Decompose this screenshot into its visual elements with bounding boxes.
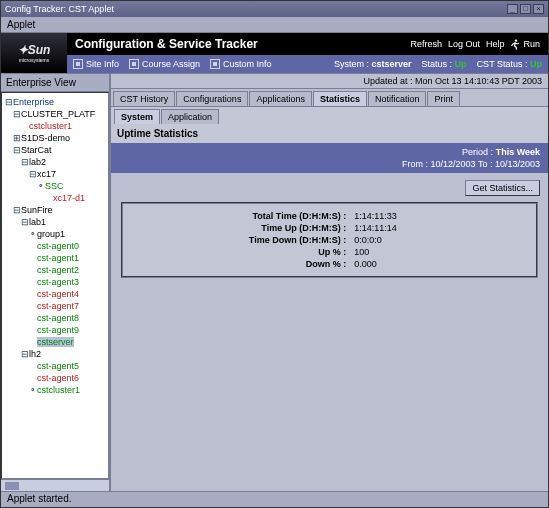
system-label: System : xyxy=(334,59,369,69)
tree-node[interactable]: cst-agent1 xyxy=(4,252,106,264)
tree-node[interactable]: cst-agent6 xyxy=(4,372,106,384)
tree-node-label: CLUSTER_PLATF xyxy=(21,109,95,119)
stat-label: Total Time (D:H:M:S) : xyxy=(123,211,350,221)
cst-status-label: CST Status : xyxy=(477,59,528,69)
tree-node-label: SSC xyxy=(45,181,64,191)
tree-node[interactable]: ⊟CLUSTER_PLATF xyxy=(4,108,106,120)
custom-info-button[interactable]: Custom Info xyxy=(210,59,272,69)
tree-node-label: xc17-d1 xyxy=(53,193,85,203)
tree-node[interactable]: ⊟xc17 xyxy=(4,168,106,180)
tree-toggle-icon[interactable]: ⊞ xyxy=(12,132,21,144)
enterprise-tree[interactable]: ⊟Enterprise⊟CLUSTER_PLATFcstcluster1⊞S1D… xyxy=(1,92,109,479)
tree-toggle-icon[interactable]: ∘ xyxy=(36,180,45,192)
tree-node[interactable]: ∘cstcluster1 xyxy=(4,384,106,396)
tree-toggle-icon[interactable]: ⊟ xyxy=(20,216,29,228)
tab-configurations[interactable]: Configurations xyxy=(176,91,248,106)
close-icon[interactable]: × xyxy=(533,4,544,14)
scrollbar-thumb[interactable] xyxy=(5,482,19,490)
tree-node[interactable]: cst-agent2 xyxy=(4,264,106,276)
stat-value: 0:0:0:0 xyxy=(350,235,536,245)
sub-tabs: SystemApplication xyxy=(111,106,548,124)
updated-at: Updated at : Mon Oct 13 14:10:43 PDT 200… xyxy=(111,74,548,89)
tree-node[interactable]: ⊞S1DS-demo xyxy=(4,132,106,144)
tree-node[interactable]: cst-agent0 xyxy=(4,240,106,252)
stat-value: 1:14:11:33 xyxy=(350,211,536,221)
tree-node[interactable]: xc17-d1 xyxy=(4,192,106,204)
main: Enterprise View ⊟Enterprise⊟CLUSTER_PLAT… xyxy=(1,73,548,491)
system-name: cstserver xyxy=(372,59,412,69)
tab-statistics[interactable]: Statistics xyxy=(313,91,367,106)
tree-toggle-icon[interactable]: ∘ xyxy=(28,384,37,396)
site-info-button[interactable]: Site Info xyxy=(73,59,119,69)
stat-row: Time Up (D:H:M:S) :1:14:11:14 xyxy=(123,222,536,234)
tree-toggle-icon[interactable]: ∘ xyxy=(28,228,37,240)
tree-node[interactable]: cst-agent9 xyxy=(4,324,106,336)
statistics-box: Total Time (D:H:M:S) :1:14:11:33Time Up … xyxy=(121,202,538,278)
tree-node[interactable]: cstcluster1 xyxy=(4,120,106,132)
stat-label: Time Up (D:H:M:S) : xyxy=(123,223,350,233)
tree-node[interactable]: cst-agent5 xyxy=(4,360,106,372)
tree-node[interactable]: ∘group1 xyxy=(4,228,106,240)
tree-toggle-icon[interactable]: ⊟ xyxy=(20,156,29,168)
app-title: Configuration & Service Tracker xyxy=(75,37,404,51)
tree-node-label: lh2 xyxy=(29,349,41,359)
site-info-icon xyxy=(73,59,83,69)
sidebar-scrollbar[interactable] xyxy=(1,479,109,491)
maximize-icon[interactable]: □ xyxy=(520,4,531,14)
tree-toggle-icon[interactable]: ⊟ xyxy=(28,168,37,180)
statusbar: Applet started. xyxy=(1,491,548,507)
tab-print[interactable]: Print xyxy=(427,91,460,106)
tree-node[interactable]: cst-agent4 xyxy=(4,288,106,300)
tree-node-label: xc17 xyxy=(37,169,56,179)
stat-label: Time Down (D:H:M:S) : xyxy=(123,235,350,245)
custom-info-icon xyxy=(210,59,220,69)
help-link[interactable]: Help xyxy=(486,39,505,49)
tree-node-label: cst-agent9 xyxy=(37,325,79,335)
tree-node-label: Enterprise xyxy=(13,97,54,107)
tree-node[interactable]: ⊟lab1 xyxy=(4,216,106,228)
tree-node[interactable]: ⊟lab2 xyxy=(4,156,106,168)
tab-cst-history[interactable]: CST History xyxy=(113,91,175,106)
logout-link[interactable]: Log Out xyxy=(448,39,480,49)
course-assign-button[interactable]: Course Assign xyxy=(129,59,200,69)
tree-node[interactable]: ⊟SunFire xyxy=(4,204,106,216)
sidebar: Enterprise View ⊟Enterprise⊟CLUSTER_PLAT… xyxy=(1,74,111,491)
tree-toggle-icon[interactable]: ⊟ xyxy=(12,204,21,216)
tree-toggle-icon[interactable]: ⊟ xyxy=(20,348,29,360)
stat-value: 100 xyxy=(350,247,536,257)
tree-node[interactable]: ⊟lh2 xyxy=(4,348,106,360)
tree-node[interactable]: ⊟StarCat xyxy=(4,144,106,156)
tree-node-label: cst-agent1 xyxy=(37,253,79,263)
tab-applications[interactable]: Applications xyxy=(249,91,312,106)
tab-notification[interactable]: Notification xyxy=(368,91,427,106)
titlebar[interactable]: Config Tracker: CST Applet _ □ × xyxy=(1,1,548,17)
tree-node[interactable]: ⊟Enterprise xyxy=(4,96,106,108)
tree-toggle-icon[interactable]: ⊟ xyxy=(4,96,13,108)
stat-label: Up % : xyxy=(123,247,350,257)
subtab-application[interactable]: Application xyxy=(161,109,219,124)
main-tabs: CST HistoryConfigurationsApplicationsSta… xyxy=(111,89,548,106)
refresh-link[interactable]: Refresh xyxy=(410,39,442,49)
minimize-icon[interactable]: _ xyxy=(507,4,518,14)
tree-toggle-icon[interactable]: ⊟ xyxy=(12,108,21,120)
stat-label: Down % : xyxy=(123,259,350,269)
status-summary: System : cstserver Status : Up CST Statu… xyxy=(334,59,542,69)
sidebar-title: Enterprise View xyxy=(1,74,109,92)
tree-node[interactable]: cst-agent8 xyxy=(4,312,106,324)
tree-node[interactable]: cst-agent7 xyxy=(4,300,106,312)
running-link[interactable]: Run xyxy=(510,39,540,50)
tree-node[interactable]: cst-agent3 xyxy=(4,276,106,288)
tree-node[interactable]: cstserver xyxy=(4,336,106,348)
tree-node-label: StarCat xyxy=(21,145,52,155)
tree-node-label: cst-agent3 xyxy=(37,277,79,287)
subtab-system[interactable]: System xyxy=(114,109,160,124)
tree-node-label: cst-agent5 xyxy=(37,361,79,371)
tree-node-label: cstserver xyxy=(37,337,74,347)
tree-toggle-icon[interactable]: ⊟ xyxy=(12,144,21,156)
tree-node[interactable]: ∘SSC xyxy=(4,180,106,192)
site-info-label: Site Info xyxy=(86,59,119,69)
get-statistics-button[interactable]: Get Statistics... xyxy=(465,180,540,196)
tree-node-label: SunFire xyxy=(21,205,53,215)
tree-node-label: lab2 xyxy=(29,157,46,167)
running-person-icon xyxy=(510,39,520,50)
